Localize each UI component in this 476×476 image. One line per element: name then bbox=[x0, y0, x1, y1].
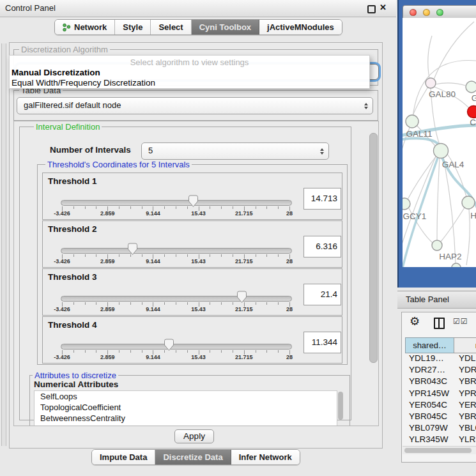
tab-jactivemnodules[interactable]: jActiveMNodules bbox=[259, 20, 342, 35]
threshold-value-field[interactable]: 21.4 bbox=[303, 284, 341, 305]
threshold-value-field[interactable]: 14.713 bbox=[303, 188, 341, 210]
threshold-slider-track[interactable] bbox=[61, 248, 292, 254]
slider-tick bbox=[233, 254, 233, 257]
tab-network[interactable]: Network bbox=[55, 20, 115, 35]
slider-tick bbox=[73, 206, 74, 209]
column-layout-icon[interactable] bbox=[434, 318, 445, 329]
slider-tick bbox=[176, 350, 176, 353]
table-row[interactable]: YPR145WYPR1 bbox=[405, 388, 476, 400]
network-node-GCY1[interactable] bbox=[403, 198, 410, 210]
network-node-G[interactable] bbox=[466, 81, 476, 93]
threshold-slider-track[interactable] bbox=[61, 200, 292, 206]
table-row[interactable]: YDL19…YDL1 bbox=[405, 353, 476, 365]
panel-left-scrollbar[interactable] bbox=[1, 43, 6, 446]
network-node-GAL11[interactable] bbox=[406, 115, 418, 128]
slider-tick bbox=[130, 350, 131, 353]
network-node-GAL80[interactable] bbox=[426, 78, 436, 88]
thresholds-group-label: Threshold's Coordinates for 5 Intervals bbox=[45, 160, 192, 169]
network-node-label-H: H bbox=[470, 211, 476, 220]
settings-vertical-scrollbar[interactable] bbox=[369, 133, 378, 363]
table-horizontal-scrollbar[interactable] bbox=[403, 446, 476, 454]
cell-shared-name: YLR345W bbox=[409, 434, 455, 444]
slider-tick-label: 2.859 bbox=[100, 306, 115, 312]
discretization-algorithm-label: Discretization Algorithm bbox=[19, 45, 110, 54]
table-row[interactable]: YDR27…YDR2 bbox=[405, 365, 476, 376]
threshold-slider-track[interactable] bbox=[61, 296, 292, 302]
network-node-label-GAL11: GAL11 bbox=[406, 129, 432, 139]
slider-tick-label: 21.715 bbox=[235, 354, 253, 360]
threshold-value-field[interactable]: 6.316 bbox=[303, 236, 341, 257]
table-row[interactable]: YBR043CYBR0 bbox=[405, 376, 476, 388]
slider-tick-label: 2.859 bbox=[100, 354, 115, 360]
slider-tick bbox=[256, 302, 256, 305]
table-row[interactable]: YBL079WYBL0 bbox=[405, 423, 476, 434]
tab-infer-network[interactable]: Infer Network bbox=[231, 450, 300, 464]
slider-tick-label: -3.426 bbox=[54, 354, 70, 360]
slider-tick-label: 28 bbox=[286, 210, 293, 217]
column-header-shared[interactable]: shared… bbox=[405, 337, 454, 353]
numerical-attributes-list[interactable]: SelfLoopsTopologicalCoefficientBetweenne… bbox=[34, 390, 337, 426]
slider-tick bbox=[278, 350, 279, 353]
attribute-item-betweennesscentrality[interactable]: BetweennessCentrality bbox=[35, 413, 337, 424]
tab-network-label: Network bbox=[74, 20, 107, 35]
threshold-slider-thumb[interactable] bbox=[188, 195, 199, 208]
float-window-icon[interactable] bbox=[367, 5, 376, 13]
tab-cyni-toolbox[interactable]: Cyni Toolbox bbox=[192, 20, 259, 35]
checkbox-columns-icon[interactable]: ☑☑ bbox=[453, 317, 468, 326]
algorithm-option-equal-width-frequency-discretization[interactable]: Equal Width/Frequency Discretization bbox=[12, 78, 155, 88]
column-header-name[interactable]: na bbox=[454, 337, 476, 353]
network-edge bbox=[437, 158, 440, 240]
cell-name: YBR0 bbox=[459, 376, 476, 386]
tab-select[interactable]: Select bbox=[151, 20, 191, 35]
cell-name: YLR3 bbox=[459, 434, 476, 444]
attribute-item-topologicalcoefficient[interactable]: TopologicalCoefficient bbox=[35, 402, 337, 413]
attribute-item-selfloops[interactable]: SelfLoops bbox=[35, 391, 337, 402]
cell-shared-name: YBL079W bbox=[409, 423, 455, 433]
close-icon[interactable]: ✕ bbox=[380, 3, 387, 12]
cell-name: YDL1 bbox=[459, 353, 476, 363]
network-canvas[interactable]: GAL80GCGAL11GAL4GCY1HHAP2 bbox=[403, 18, 476, 267]
table-row[interactable]: YLR345WYLR3 bbox=[405, 434, 476, 446]
network-node-node-partial-bottom[interactable] bbox=[452, 263, 461, 267]
table-row[interactable]: YBR045CYBR0 bbox=[405, 411, 476, 423]
threshold-slider-track[interactable] bbox=[61, 344, 292, 349]
table-data-combobox[interactable]: galFiltered.sif default node bbox=[17, 97, 373, 114]
network-node-label-GAL80: GAL80 bbox=[429, 89, 456, 99]
slider-tick bbox=[119, 350, 119, 353]
slider-tick bbox=[256, 350, 256, 353]
slider-tick bbox=[130, 206, 131, 209]
table-row[interactable]: YER054CYER0 bbox=[405, 400, 476, 411]
tab-discretize-data[interactable]: Discretize Data bbox=[155, 450, 231, 464]
threshold-slider-thumb[interactable] bbox=[236, 291, 247, 303]
slider-tick bbox=[210, 206, 210, 209]
network-node-label-GAL4: GAL4 bbox=[442, 160, 464, 169]
threshold-label: Threshold 2 bbox=[48, 224, 97, 234]
network-node-red-node[interactable] bbox=[468, 106, 476, 118]
network-node-GAL4[interactable] bbox=[434, 144, 449, 158]
attributes-list-scrollbar[interactable] bbox=[338, 392, 343, 420]
table-panel: ⚙ ☑☑ shared… na YDL19…YDL1YDR27…YDR2YBR0… bbox=[401, 312, 476, 463]
apply-button[interactable]: Apply bbox=[174, 429, 214, 443]
threshold-slider-thumb[interactable] bbox=[164, 339, 174, 351]
slider-tick bbox=[85, 350, 86, 353]
gear-icon[interactable]: ⚙ bbox=[410, 314, 420, 328]
close-traffic-light-icon[interactable] bbox=[410, 9, 417, 16]
network-edge bbox=[408, 156, 436, 199]
tab-style[interactable]: Style bbox=[115, 20, 151, 35]
threshold-value-field[interactable]: 11.344 bbox=[303, 332, 341, 353]
minimize-traffic-light-icon[interactable] bbox=[423, 9, 430, 16]
slider-tick-label: 28 bbox=[286, 258, 293, 265]
cyni-toolbox-panel: Discretization Algorithm Table Data galF… bbox=[9, 42, 383, 449]
slider-tick bbox=[278, 206, 279, 209]
algorithm-option-manual-discretization[interactable]: Manual Discretization bbox=[12, 68, 100, 77]
network-node-H[interactable] bbox=[462, 196, 475, 209]
table-horizontal-scrollbar-thumb[interactable] bbox=[404, 448, 472, 453]
threshold-slider-thumb[interactable] bbox=[127, 243, 138, 256]
network-svg: GAL80GCGAL11GAL4GCY1HHAP2 bbox=[403, 18, 476, 267]
tab-impute-data[interactable]: Impute Data bbox=[92, 450, 155, 464]
slider-tick bbox=[266, 254, 267, 257]
number-of-intervals-combobox[interactable]: 5 bbox=[141, 142, 329, 160]
network-node-HAP2[interactable] bbox=[432, 240, 442, 250]
network-edge bbox=[434, 22, 474, 79]
zoom-traffic-light-icon[interactable] bbox=[436, 9, 443, 16]
